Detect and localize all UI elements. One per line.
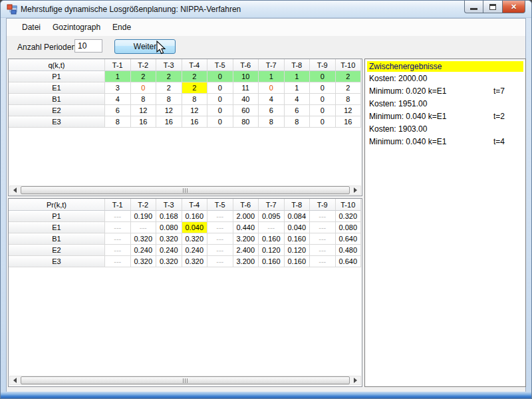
grid-cell[interactable]: 0 (207, 71, 233, 82)
grid-cell[interactable]: 8 (336, 94, 362, 105)
grid-cell[interactable]: --- (105, 233, 131, 245)
row-header-cell[interactable]: E3 (9, 256, 105, 267)
grid-cell[interactable]: 2 (336, 71, 362, 82)
grid-cell[interactable]: --- (310, 256, 336, 267)
grid-cell[interactable]: 1 (285, 71, 311, 82)
grid-cell[interactable]: 8 (259, 116, 285, 128)
grid-cell[interactable]: 0.080 (156, 222, 182, 233)
grid-cell[interactable]: 2 (182, 82, 208, 94)
grid-cell[interactable]: 2 (336, 82, 362, 94)
grid-cell[interactable]: 2 (156, 71, 182, 82)
row-header-cell[interactable]: E1 (9, 222, 105, 233)
grid-cell[interactable]: 0.440 (233, 222, 259, 233)
grid-cell[interactable]: 0 (310, 105, 336, 116)
grid-cell[interactable]: --- (207, 222, 233, 233)
row-header-cell[interactable]: E1 (9, 82, 105, 94)
grid-cell[interactable]: 2 (182, 71, 208, 82)
grid-cell[interactable]: 0.240 (156, 245, 182, 256)
grid-cell[interactable]: 1 (259, 71, 285, 82)
column-header-cell[interactable]: T-10 (336, 199, 362, 211)
minimize-button[interactable] (464, 1, 483, 13)
grid-cell[interactable]: 2 (156, 82, 182, 94)
grid-cell[interactable]: 0.120 (259, 245, 285, 256)
close-button[interactable]: ✕ (502, 1, 525, 13)
scrollbar-track[interactable] (20, 186, 350, 194)
row-header-cell[interactable]: B1 (9, 233, 105, 245)
grid-cell[interactable]: 0.160 (259, 233, 285, 245)
grid-cell[interactable]: 0.160 (259, 256, 285, 267)
grid-cell[interactable]: 16 (156, 116, 182, 128)
column-header-cell[interactable]: T-7 (259, 199, 285, 211)
grid-cell[interactable]: 0.480 (336, 245, 362, 256)
grid-cell[interactable]: 0.240 (182, 245, 208, 256)
column-header-cell[interactable]: T-4 (182, 59, 208, 71)
q-horizontal-scrollbar[interactable] (9, 186, 361, 195)
grid-cell[interactable]: 0 (207, 116, 233, 128)
column-header-cell[interactable]: T-6 (233, 199, 259, 211)
column-header-cell[interactable]: T-2 (131, 59, 157, 71)
grid-cell[interactable]: 16 (182, 116, 208, 128)
grid-cell[interactable]: 12 (131, 105, 157, 116)
grid-cell[interactable]: 0 (310, 116, 336, 128)
column-header-cell[interactable]: T-8 (285, 59, 311, 71)
row-header-cell[interactable]: P1 (9, 71, 105, 82)
grid-cell[interactable]: 6 (105, 105, 131, 116)
pr-horizontal-scrollbar[interactable] (9, 376, 361, 385)
scrollbar-track[interactable] (20, 376, 350, 384)
grid-cell[interactable]: 6 (285, 105, 311, 116)
grid-cell[interactable]: 10 (233, 71, 259, 82)
grid-cell[interactable]: 0 (310, 94, 336, 105)
grid-cell[interactable]: 16 (131, 116, 157, 128)
grid-cell[interactable]: 0.320 (182, 256, 208, 267)
column-header-cell[interactable]: T-3 (156, 59, 182, 71)
grid-cell[interactable]: 0 (207, 94, 233, 105)
grid-cell[interactable]: --- (310, 211, 336, 222)
maximize-button[interactable] (483, 1, 502, 13)
menu-item-datei[interactable]: Datei (16, 20, 47, 35)
column-header-cell[interactable]: T-1 (105, 199, 131, 211)
grid-cell[interactable]: --- (310, 222, 336, 233)
grid-cell[interactable]: 1 (285, 82, 311, 94)
column-header-cell[interactable]: T-8 (285, 199, 311, 211)
grid-cell[interactable]: 0.320 (131, 256, 157, 267)
grid-cell[interactable]: --- (310, 245, 336, 256)
grid-cell[interactable]: 12 (182, 105, 208, 116)
scrollbar-thumb[interactable] (21, 376, 350, 384)
grid-cell[interactable]: --- (105, 245, 131, 256)
grid-cell[interactable]: 0.240 (131, 245, 157, 256)
grid-cell[interactable]: 0.640 (336, 233, 362, 245)
scroll-left-button[interactable] (10, 376, 20, 384)
grid-cell[interactable]: --- (207, 233, 233, 245)
title-bar[interactable]: Mehrstufige dynamische Losgrößenplanung:… (1, 1, 531, 18)
grid-cell[interactable]: 0.320 (336, 211, 362, 222)
grid-cell[interactable]: 4 (259, 94, 285, 105)
grid-cell[interactable]: 0.084 (285, 211, 311, 222)
grid-cell[interactable]: 0.095 (259, 211, 285, 222)
grid-cell[interactable]: 3.200 (233, 256, 259, 267)
column-header-cell[interactable]: T-6 (233, 59, 259, 71)
row-header-cell[interactable]: E2 (9, 105, 105, 116)
grid-cell[interactable]: --- (131, 222, 157, 233)
grid-cell[interactable]: 3 (105, 82, 131, 94)
grid-cell[interactable]: --- (259, 222, 285, 233)
grid-cell[interactable]: 0 (131, 82, 157, 94)
grid-cell[interactable]: 11 (233, 82, 259, 94)
grid-cell[interactable]: 0.320 (182, 233, 208, 245)
row-header-cell[interactable]: E3 (9, 116, 105, 128)
column-header-cell[interactable]: T-1 (105, 59, 131, 71)
grid-cell[interactable]: 2.000 (233, 211, 259, 222)
grid-cell[interactable]: 0.168 (156, 211, 182, 222)
grid-cell[interactable]: 0.040 (182, 222, 208, 233)
column-header-cell[interactable]: T-7 (259, 59, 285, 71)
scroll-right-button[interactable] (350, 376, 360, 384)
grid-cell[interactable]: --- (105, 222, 131, 233)
grid-cell[interactable]: --- (105, 211, 131, 222)
grid-cell[interactable]: --- (207, 256, 233, 267)
grid-cell[interactable]: 0.320 (156, 256, 182, 267)
column-header-cell[interactable]: T-9 (310, 199, 336, 211)
grid-cell[interactable]: --- (207, 211, 233, 222)
scroll-right-button[interactable] (350, 186, 360, 194)
grid-cell[interactable]: 0 (207, 82, 233, 94)
grid-cell[interactable]: 0.320 (156, 233, 182, 245)
row-header-cell[interactable]: E2 (9, 245, 105, 256)
